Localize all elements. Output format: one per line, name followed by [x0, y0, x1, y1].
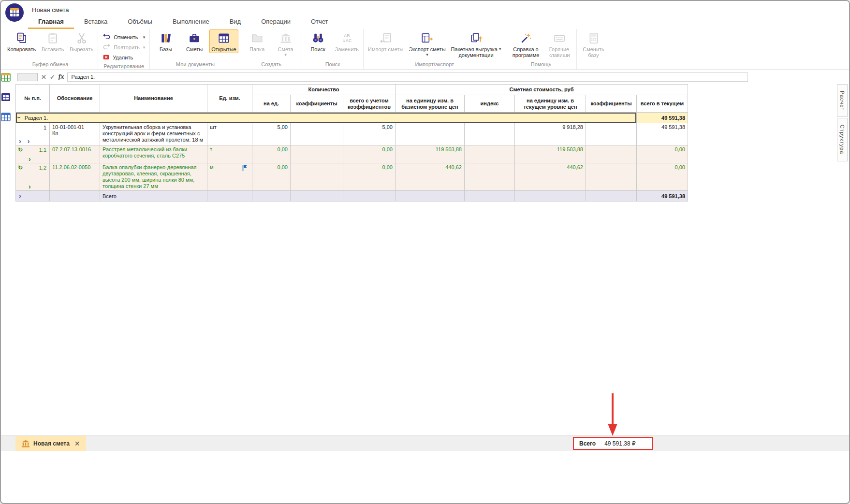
redo-button[interactable]: Повторить ▾ — [103, 43, 145, 51]
function-fx-icon[interactable]: fx — [59, 73, 64, 81]
cell-qty-total[interactable]: 0,00 — [343, 145, 396, 163]
tab-vid[interactable]: Вид — [220, 15, 251, 29]
tab-otchet[interactable]: Отчет — [301, 15, 338, 29]
cancel-icon[interactable]: ✕ — [41, 73, 46, 81]
cell-basis[interactable]: 10-01-001-01 Кп — [50, 123, 100, 145]
cell-basis[interactable]: 07.2.07.13-0016 — [50, 145, 100, 163]
cell-name[interactable]: Укрупнительная сборка и установка констр… — [100, 123, 207, 145]
cell-total[interactable]: 49 591,38 — [637, 123, 688, 145]
section-cell[interactable]: ›Раздел 1. — [16, 113, 637, 123]
cell-num[interactable]: ↻ 1.2 › — [16, 163, 50, 191]
cell-cost-base[interactable] — [396, 191, 465, 202]
expand-chevron-icon[interactable]: › — [29, 156, 31, 162]
close-icon[interactable]: ✕ — [74, 440, 80, 447]
expand-chevron-icon[interactable]: › — [29, 184, 31, 189]
tab-vypolnenie[interactable]: Выполнение — [162, 15, 220, 29]
panel-open-sheet-icon[interactable] — [1, 112, 11, 122]
cell-qty-total[interactable]: 0,00 — [343, 163, 396, 191]
create-folder-button[interactable]: Папка — [244, 29, 271, 53]
tab-obyomy[interactable]: Объёмы — [117, 15, 162, 29]
section-total-cell[interactable]: 49 591,38 — [637, 113, 688, 123]
cell-cost-current[interactable]: 440,62 — [515, 163, 586, 191]
delete-button[interactable]: Удалить — [103, 54, 145, 61]
tab-vstavka[interactable]: Вставка — [74, 15, 117, 29]
paste-icon — [46, 31, 59, 45]
batch-export-button[interactable]: Пакетная выгрузка ▾ документации — [449, 29, 503, 59]
tab-glavnaya[interactable]: Главная — [28, 15, 74, 29]
opened-button[interactable]: Открытые — [209, 29, 238, 53]
row-code-sub: Кп — [52, 130, 97, 136]
cell-num[interactable]: 1 ›› — [16, 123, 50, 145]
cell-cost-base[interactable] — [396, 123, 465, 145]
undo-button[interactable]: Отменить ▾ — [103, 33, 145, 41]
panel-bases-icon[interactable] — [1, 72, 11, 82]
cell-cost-coeff[interactable] — [586, 145, 637, 163]
cell-qty-coeff[interactable] — [291, 191, 343, 202]
cell-cost-current[interactable]: 9 918,28 — [515, 123, 586, 145]
cell-unit[interactable]: м — [207, 163, 252, 191]
create-estimate-button[interactable]: Смета ▾ — [272, 29, 299, 58]
cell-num[interactable]: ↻ 1.1 › — [16, 145, 50, 163]
tab-operacii[interactable]: Операции — [251, 15, 301, 29]
panel-estimates-icon[interactable] — [1, 92, 11, 102]
cell-qty-per[interactable]: 0,00 — [252, 145, 291, 163]
cell-qty-total[interactable]: 5,00 — [343, 123, 396, 145]
name-box-input[interactable] — [17, 73, 38, 81]
confirm-check-icon[interactable]: ✓ — [50, 73, 55, 81]
collapse-chevron-icon[interactable]: › — [16, 116, 22, 119]
batch-export-dropdown-caret-icon[interactable]: ▾ — [499, 46, 501, 51]
cell-cost-base[interactable]: 440,62 — [396, 163, 465, 191]
cell-cost-base[interactable]: 119 503,88 — [396, 145, 465, 163]
replace-button[interactable]: АВ↳АС Заменить — [333, 29, 361, 53]
cell-index[interactable] — [465, 191, 515, 202]
side-tab-structure[interactable]: Структура — [837, 118, 848, 161]
cell-qty-per[interactable] — [252, 191, 291, 202]
cell-basis[interactable] — [50, 191, 100, 202]
cell-cost-current[interactable]: 119 503,88 — [515, 145, 586, 163]
cell-qty-total[interactable] — [343, 191, 396, 202]
cell-name[interactable]: Расстрел металлический из балки коробчат… — [100, 145, 207, 163]
cell-basis[interactable]: 11.2.06.02-0050 — [50, 163, 100, 191]
cell-cost-coeff[interactable] — [586, 191, 637, 202]
expand-chevron-icon[interactable]: › — [19, 193, 21, 199]
export-estimate-button[interactable]: Экспорт сметы ▾ — [407, 29, 447, 58]
cut-button[interactable]: Вырезать — [68, 29, 95, 53]
redo-dropdown-caret-icon[interactable]: ▾ — [143, 45, 146, 50]
cell-qty-coeff[interactable] — [291, 123, 343, 145]
cell-cost-coeff[interactable] — [586, 163, 637, 191]
hotkeys-button[interactable]: Горячие клавиши — [545, 29, 574, 59]
cell-index[interactable] — [465, 145, 515, 163]
change-base-label: Сменить базу — [581, 46, 606, 58]
change-base-button[interactable]: Сменить базу — [579, 29, 608, 59]
expand-chevron-icon[interactable]: › — [19, 138, 21, 144]
copy-button[interactable]: Копировать — [5, 29, 38, 53]
import-estimate-button[interactable]: Импорт сметы — [366, 29, 405, 53]
bases-button[interactable]: Базы — [152, 29, 179, 53]
about-button[interactable]: Справка о программе — [509, 29, 543, 59]
cell-num[interactable]: › — [16, 191, 50, 202]
cell-index[interactable] — [465, 123, 515, 145]
find-button[interactable]: Поиск — [305, 29, 332, 53]
side-tab-calc[interactable]: Расчет — [837, 84, 848, 117]
cell-unit[interactable]: т — [207, 145, 252, 163]
cell-name[interactable]: Балка опалубки фанерно-деревянная двутав… — [100, 163, 207, 191]
paste-button[interactable]: Вставить — [39, 29, 66, 53]
formula-input[interactable]: Раздел 1. — [67, 72, 748, 82]
estimates-button[interactable]: Сметы — [181, 29, 208, 53]
export-dropdown-caret-icon[interactable]: ▾ — [426, 52, 428, 57]
cell-qty-per[interactable]: 0,00 — [252, 163, 291, 191]
cell-total[interactable]: 0,00 — [637, 145, 688, 163]
cell-total[interactable]: 0,00 — [637, 163, 688, 191]
cell-qty-per[interactable]: 5,00 — [252, 123, 291, 145]
create-estimate-dropdown-caret-icon[interactable]: ▾ — [284, 52, 287, 57]
cell-cost-current[interactable] — [515, 191, 586, 202]
cell-unit[interactable]: шт — [207, 123, 252, 145]
cell-cost-coeff[interactable] — [586, 123, 637, 145]
cell-qty-coeff[interactable] — [291, 163, 343, 191]
document-tab[interactable]: Новая смета ✕ — [15, 436, 86, 451]
undo-dropdown-caret-icon[interactable]: ▾ — [143, 35, 146, 40]
cell-unit[interactable] — [207, 191, 252, 202]
expand-chevron-icon[interactable]: › — [28, 138, 30, 144]
cell-qty-coeff[interactable] — [291, 145, 343, 163]
cell-index[interactable] — [465, 163, 515, 191]
